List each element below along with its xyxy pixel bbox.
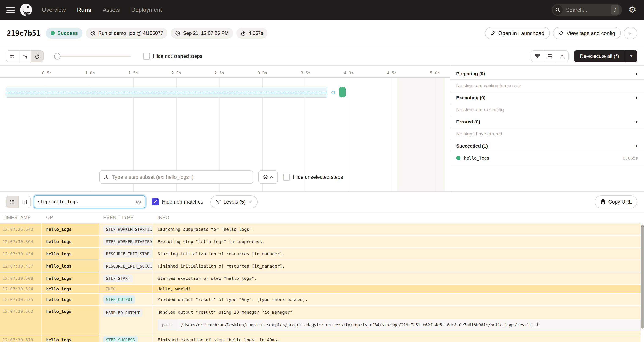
log-table-header: TIMESTAMP OP EVENT TYPE INFO <box>0 212 640 224</box>
axis-tick: 1.0s <box>80 70 100 75</box>
log-event-type: STEP_WORKER_STARTED <box>103 238 154 246</box>
hide-unselected-label: Hide unselected steps <box>293 174 343 180</box>
apply-step-layers-button[interactable] <box>258 170 278 184</box>
hide-non-matches-checkbox[interactable]: ✓ <box>152 198 159 206</box>
log-list-view-button[interactable] <box>6 196 18 208</box>
search-shortcut-badge: / <box>610 5 620 14</box>
tag-icon <box>558 30 564 36</box>
gantt-timed-view-button[interactable] <box>31 50 43 62</box>
clear-filter-icon[interactable] <box>136 199 142 205</box>
levels-dropdown-button[interactable]: Levels (5) <box>210 195 258 208</box>
status-badge: Success <box>46 28 82 39</box>
gantt-step-bar[interactable] <box>339 87 346 97</box>
open-in-launchpad-button[interactable]: Open in Launchpad <box>485 27 550 39</box>
nav-runs[interactable]: Runs <box>77 7 92 13</box>
axis-tick: 5.0s <box>426 70 444 75</box>
clipboard-icon <box>600 199 606 204</box>
caret-down-icon: ▼ <box>635 144 638 148</box>
log-row[interactable]: 12:07:26.643 hello_logs STEP_WORKER_STAR… <box>0 224 640 236</box>
succeeded-step-row[interactable]: hello_logs 0.065s <box>450 152 644 164</box>
hide-unselected-checkbox[interactable] <box>283 174 290 181</box>
reexecute-all-button[interactable]: Re-execute all (*) <box>574 50 625 62</box>
chevron-up-icon <box>270 176 273 178</box>
status-label: Success <box>57 30 78 36</box>
panel-section-succeeded[interactable]: Succeeded (1) ▼ <box>450 140 644 152</box>
gantt-zoom-slider[interactable] <box>54 53 131 60</box>
log-row[interactable]: 12:07:30.437 hello_logs RESOURCE_INIT_SU… <box>0 260 640 272</box>
panel-section-executing[interactable]: Executing (0) ▼ <box>450 92 644 104</box>
gantt-flat-view-button[interactable] <box>6 50 18 62</box>
hide-not-started-checkbox[interactable] <box>143 53 150 60</box>
menu-icon[interactable] <box>6 7 15 13</box>
hide-unselected-control: Hide unselected steps <box>283 174 343 181</box>
nav-deployment[interactable]: Deployment <box>131 7 162 13</box>
log-row[interactable]: 12:07:30.573 hello_logs STEP_SUCCESS Fin… <box>0 335 640 342</box>
log-event-cell: STEP_START <box>99 272 153 284</box>
log-event-type: STEP_START <box>103 274 133 282</box>
view-tags-config-button[interactable]: View tags and config <box>553 27 621 39</box>
reexecute-dropdown-button[interactable]: ▾ <box>625 50 637 62</box>
log-row[interactable]: 12:07:30.535 hello_logs STEP_OUTPUT Yiel… <box>0 294 640 306</box>
split-panels-button[interactable] <box>544 50 556 62</box>
nav-assets[interactable]: Assets <box>103 7 120 13</box>
search-input[interactable]: Search... / <box>552 4 622 16</box>
log-timestamp: 12:07:30.573 <box>0 335 42 342</box>
log-info-cell: Finished execution of step "hello_logs" … <box>153 335 640 342</box>
gantt-chart: 0.5s1.0s1.5s2.0s2.5s3.0s3.5s4.0s4.5s5.0s… <box>0 66 450 191</box>
log-timestamp: 12:07:30.364 <box>0 236 42 247</box>
gridline <box>392 78 392 191</box>
log-row[interactable]: 12:07:30.562 hello_logs HANDLED_OUTPUT H… <box>0 306 640 335</box>
log-event-cell: RESOURCE_INIT_STAR… <box>99 248 153 260</box>
col-event-type: EVENT TYPE <box>99 215 153 220</box>
col-info: INFO <box>153 215 640 220</box>
errored-empty-text: No steps have errored <box>450 128 644 140</box>
history-icon <box>90 30 96 36</box>
split-rows-icon <box>547 54 553 59</box>
log-row[interactable]: 12:07:30.424 hello_logs RESOURCE_INIT_ST… <box>0 248 640 260</box>
log-path-link[interactable]: /Users/erincochran/Desktop/dagster-examp… <box>181 322 532 327</box>
copy-path-icon[interactable] <box>535 322 540 328</box>
gear-icon[interactable]: ⚙ <box>628 6 636 14</box>
log-timestamp: 12:07:30.535 <box>0 294 42 305</box>
expand-top-panel-button[interactable] <box>556 50 568 62</box>
run-actions-dropdown-button[interactable] <box>624 27 637 39</box>
search-icon <box>553 5 562 15</box>
log-info-cell: Finished initialization of resources [io… <box>153 260 640 272</box>
pencil-icon <box>490 31 496 36</box>
dagster-logo-icon[interactable] <box>20 4 32 16</box>
stopwatch-icon <box>34 54 40 59</box>
nav-overview[interactable]: Overview <box>42 7 66 13</box>
panel-section-errored[interactable]: Errored (0) ▼ <box>450 116 644 128</box>
step-subset-input[interactable] <box>112 174 249 180</box>
log-scrollbar[interactable] <box>642 225 644 329</box>
success-dot-icon <box>50 31 55 35</box>
log-row[interactable]: 12:07:30.508 hello_logs STEP_START Start… <box>0 272 640 285</box>
hide-not-started-control: Hide not started steps <box>143 53 202 60</box>
gantt-waterfall-view-button[interactable] <box>18 50 31 62</box>
structured-log-icon <box>22 199 28 204</box>
log-info-cell: Launching subprocess for "hello_logs". <box>153 224 640 235</box>
slider-knob[interactable] <box>54 53 60 60</box>
log-event-type: STEP_SUCCESS <box>103 336 138 342</box>
search-placeholder: Search... <box>566 7 610 13</box>
log-event-cell: HANDLED_OUTPUT <box>99 306 153 334</box>
step-status-panel: Preparing (0) ▼ No steps are waiting to … <box>450 66 644 191</box>
run-duration: 4.567s <box>236 28 268 39</box>
axis-tick: 2.0s <box>167 70 186 75</box>
run-of-tag[interactable]: Run of demo_job @ 4f105077 <box>86 28 167 39</box>
log-filter-input[interactable] <box>38 199 136 204</box>
log-timestamp: 12:07:30.424 <box>0 248 42 260</box>
log-row[interactable]: 12:07:30.524 hello_logs INFO Hello, worl… <box>0 285 640 294</box>
copy-url-button[interactable]: Copy URL <box>595 195 637 208</box>
expand-bottom-panel-button[interactable] <box>531 50 544 62</box>
run-id: 219c7b51 <box>7 29 40 38</box>
funnel-icon <box>216 199 221 204</box>
log-op: hello_logs <box>42 306 99 334</box>
log-row[interactable]: 12:07:30.364 hello_logs STEP_WORKER_STAR… <box>0 236 640 248</box>
log-event-type: HANDLED_OUTPUT <box>103 309 142 317</box>
gantt-after-run-region <box>398 78 445 191</box>
log-structured-view-button[interactable] <box>18 196 30 208</box>
panel-section-preparing[interactable]: Preparing (0) ▼ <box>450 68 644 80</box>
log-op: hello_logs <box>42 335 99 342</box>
gantt-waiting-band[interactable] <box>6 88 327 98</box>
